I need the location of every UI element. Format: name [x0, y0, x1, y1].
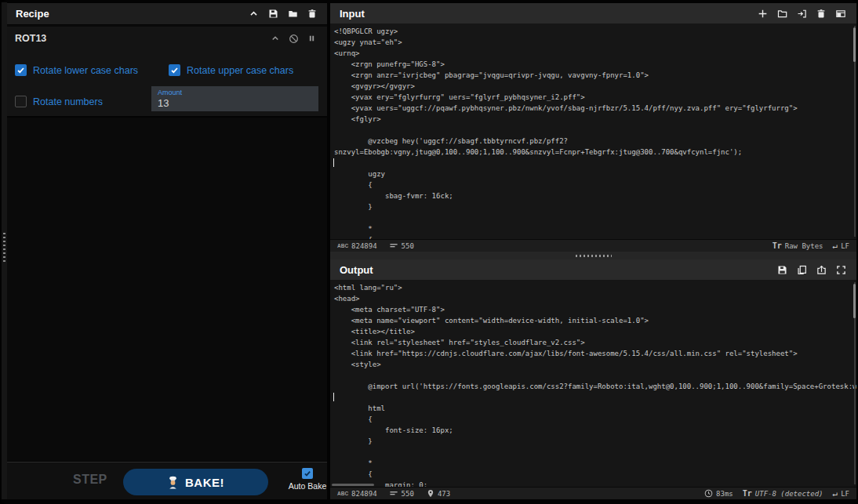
input-tabs-icon[interactable] [835, 9, 846, 19]
output-status-bar: ABC 824894 550 473 83ms Tr UTF-8 (detect… [330, 487, 856, 499]
output-hscrollbar-thumb[interactable] [332, 484, 374, 486]
output-char-count: ABC 824894 [337, 490, 377, 498]
clear-input-icon[interactable] [816, 9, 826, 19]
amount-input[interactable]: 13 [158, 97, 318, 109]
output-eol[interactable]: ↵ LF [833, 488, 849, 499]
location-pin-icon [427, 489, 434, 498]
operation-title: ROT13 [15, 33, 46, 44]
copy-output-icon[interactable] [797, 265, 807, 275]
output-encoding[interactable]: Tr UTF-8 (detected) [743, 489, 823, 498]
cyberchef-app: Recipe ROT13 Rotate lower case chars [0, 0, 858, 504]
line-count-icon [390, 489, 398, 498]
chef-icon [167, 476, 179, 489]
controls-bar: STEP BAKE! Auto Bake [7, 462, 327, 499]
recipe-list: ROT13 Rotate lower case chars Rotate upp… [7, 25, 327, 461]
eol-icon: ↵ [833, 488, 838, 499]
char-count-icon: ABC [337, 491, 348, 496]
arg-rotate-numbers[interactable]: Rotate numbers [15, 96, 103, 107]
bake-time: 83ms [704, 489, 733, 498]
input-title: Input [330, 8, 365, 20]
char-encoding-icon: Tr [743, 489, 752, 498]
add-input-icon[interactable] [758, 9, 768, 19]
bake-button[interactable]: BAKE! [123, 469, 268, 495]
output-title: Output [330, 264, 373, 276]
maximize-output-icon[interactable] [836, 265, 846, 275]
output-scrollbar-thumb[interactable] [853, 284, 856, 318]
input-scrollbar-thumb[interactable] [853, 27, 856, 62]
recipe-title: Recipe [7, 8, 49, 20]
input-line-count: 550 [390, 241, 414, 250]
line-count-icon [390, 241, 398, 250]
arg-rotate-lower[interactable]: Rotate lower case chars [15, 64, 138, 76]
splitter-grip-icon [576, 255, 612, 257]
splitter-grip-icon [3, 233, 5, 263]
amount-label: Amount [158, 89, 318, 96]
breakpoint-pause-icon[interactable] [307, 34, 316, 43]
auto-bake-toggle[interactable]: Auto Bake [288, 468, 327, 491]
arg-label-rotate-lower: Rotate lower case chars [33, 65, 138, 76]
char-count-icon: ABC [337, 243, 348, 248]
output-text: <html lang="ru"> <head> <meta charset="U… [330, 280, 856, 487]
arg-label-rotate-numbers: Rotate numbers [33, 96, 103, 107]
arg-label-rotate-upper: Rotate upper case chars [187, 65, 293, 76]
eol-icon: ↵ [833, 241, 838, 251]
step-button[interactable]: STEP [73, 473, 107, 487]
char-encoding-icon: Tr [773, 241, 782, 250]
amount-field[interactable]: Amount 13 [151, 86, 318, 111]
collapse-operation-icon[interactable] [271, 34, 280, 43]
checkbox-rotate-lower[interactable] [15, 64, 27, 76]
output-cursor [333, 393, 334, 401]
input-char-count: ABC 824894 [337, 242, 377, 250]
input-text[interactable]: <!QBPGLCR ugzy> <ugzy ynat="eh"> <urnq> … [330, 24, 856, 239]
bake-label: BAKE! [185, 476, 224, 489]
input-status-bar: ABC 824894 550 Tr Raw Bytes ↵ LF [330, 239, 856, 252]
open-folder-icon[interactable] [777, 9, 787, 19]
arg-rotate-upper[interactable]: Rotate upper case chars [169, 64, 293, 76]
clear-recipe-icon[interactable] [307, 9, 317, 19]
save-recipe-icon[interactable] [268, 9, 278, 19]
input-cursor [333, 158, 334, 167]
output-cursor-position: 473 [427, 489, 450, 498]
output-line-count: 550 [390, 489, 414, 498]
operations-panel-splitter[interactable] [2, 2, 7, 499]
input-header: Input [330, 3, 856, 24]
input-textarea[interactable]: <!QBPGLCR ugzy> <ugzy ynat="eh"> <urnq> … [330, 24, 856, 239]
save-output-icon[interactable] [777, 265, 787, 275]
disable-operation-icon[interactable] [289, 34, 299, 44]
checkbox-rotate-numbers[interactable] [15, 96, 27, 107]
io-splitter[interactable] [330, 252, 856, 259]
output-header: Output [330, 259, 856, 280]
clock-icon [704, 489, 713, 498]
replace-input-icon[interactable] [816, 265, 827, 275]
input-encoding[interactable]: Tr Raw Bytes [773, 241, 823, 250]
checkbox-rotate-upper[interactable] [169, 64, 180, 76]
recipe-header: Recipe [7, 3, 327, 24]
auto-bake-label: Auto Bake [288, 481, 327, 491]
operation-rot13[interactable]: ROT13 Rotate lower case chars Rotate upp… [7, 27, 327, 118]
open-file-icon[interactable] [797, 9, 807, 19]
collapse-recipe-icon[interactable] [249, 9, 259, 19]
input-eol[interactable]: ↵ LF [833, 241, 849, 251]
load-recipe-icon[interactable] [288, 9, 298, 19]
auto-bake-checkbox[interactable] [302, 468, 313, 479]
output-textarea: <html lang="ru"> <head> <meta charset="U… [330, 280, 856, 487]
